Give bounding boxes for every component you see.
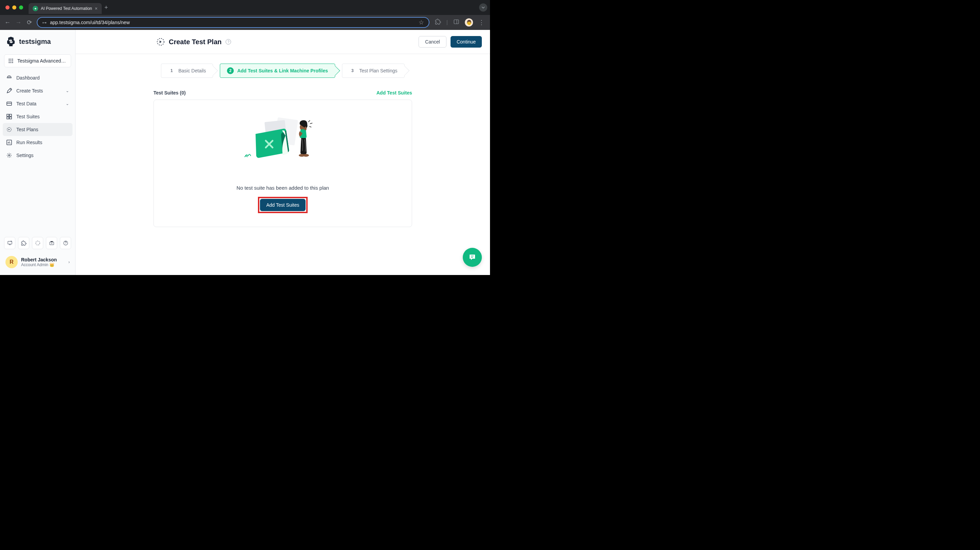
url-text: app.testsigma.com/ui/td/34/plans/new bbox=[50, 20, 415, 25]
close-window-button[interactable] bbox=[5, 5, 10, 10]
browser-nav-bar: ← → ⟳ ⊶ app.testsigma.com/ui/td/34/plans… bbox=[0, 15, 490, 30]
step-add-test-suites[interactable]: 2 Add Test Suites & Link Machine Profile… bbox=[220, 63, 335, 78]
sidebar-footer: R Robert Jackson Account Admin 👑 › bbox=[0, 233, 75, 275]
footer-action-1[interactable] bbox=[4, 237, 15, 249]
svg-rect-13 bbox=[7, 114, 9, 116]
step-number: 3 bbox=[349, 67, 356, 74]
chat-button[interactable] bbox=[463, 248, 482, 267]
testsigma-logo-icon bbox=[5, 36, 16, 47]
highlight-annotation: Add Test Suites bbox=[258, 197, 307, 213]
chevron-down-icon bbox=[482, 6, 485, 8]
footer-help-button[interactable] bbox=[60, 237, 71, 249]
step-basic-details[interactable]: 1 Basic Details bbox=[161, 63, 213, 78]
svg-point-10 bbox=[12, 62, 13, 63]
svg-point-5 bbox=[9, 60, 10, 62]
empty-state: No test suite has been added to this pla… bbox=[153, 100, 412, 227]
puzzle-icon bbox=[435, 19, 441, 25]
svg-point-22 bbox=[8, 155, 10, 156]
help-icon[interactable]: ? bbox=[226, 39, 231, 44]
user-menu[interactable]: R Robert Jackson Account Admin 👑 › bbox=[4, 253, 71, 271]
add-test-suites-button[interactable]: Add Test Suites bbox=[260, 199, 305, 211]
step-label: Add Test Suites & Link Machine Profiles bbox=[237, 68, 328, 73]
workspace-name: Testsigma Advanced… bbox=[18, 58, 67, 63]
svg-rect-0 bbox=[454, 20, 459, 24]
tabs-dropdown-button[interactable] bbox=[479, 3, 487, 11]
step-number: 2 bbox=[227, 67, 234, 74]
sidebar-item-test-data[interactable]: Test Data ⌄ bbox=[3, 97, 73, 110]
svg-point-24 bbox=[36, 241, 40, 245]
forward-button[interactable]: → bbox=[15, 19, 22, 26]
sidebar-item-run-results[interactable]: Run Results bbox=[3, 136, 73, 149]
sidebar-item-settings[interactable]: Settings bbox=[3, 149, 73, 162]
target-icon bbox=[6, 127, 12, 133]
tab-close-button[interactable]: × bbox=[95, 6, 98, 11]
nav-label: Dashboard bbox=[16, 75, 69, 81]
tab-title: AI Powered Test Automation bbox=[41, 6, 92, 11]
url-bar[interactable]: ⊶ app.testsigma.com/ui/td/34/plans/new ☆ bbox=[37, 17, 430, 28]
site-info-icon[interactable]: ⊶ bbox=[42, 20, 47, 25]
sidebar-item-test-plans[interactable]: Test Plans bbox=[3, 123, 73, 136]
stepper: 1 Basic Details 2 Add Test Suites & Link… bbox=[161, 63, 404, 78]
test-suites-section: Test Suites (0) Add Test Suites bbox=[153, 90, 412, 227]
header-actions: Cancel Continue bbox=[418, 36, 482, 48]
step-label: Basic Details bbox=[178, 68, 206, 73]
workspace-selector[interactable]: Testsigma Advanced… bbox=[4, 54, 71, 67]
minimize-window-button[interactable] bbox=[12, 5, 16, 10]
user-info: Robert Jackson Account Admin 👑 bbox=[21, 257, 65, 267]
grid-icon bbox=[6, 114, 12, 120]
nav-label: Create Tests bbox=[16, 88, 62, 94]
app-container: testsigma Testsigma Advanced… Dashboard … bbox=[0, 30, 490, 275]
nav-label: Settings bbox=[16, 153, 69, 158]
maximize-window-button[interactable] bbox=[19, 5, 23, 10]
chevron-down-icon: ⌄ bbox=[66, 101, 69, 106]
gear-icon bbox=[6, 152, 12, 159]
sidebar-item-create-tests[interactable]: Create Tests ⌄ bbox=[3, 84, 73, 97]
user-avatar: R bbox=[5, 256, 18, 268]
continue-button[interactable]: Continue bbox=[450, 36, 482, 48]
chevron-down-icon: ⌄ bbox=[66, 89, 69, 93]
add-test-suites-link[interactable]: Add Test Suites bbox=[376, 90, 412, 95]
footer-icons-row bbox=[4, 237, 71, 249]
content-body: 1 Basic Details 2 Add Test Suites & Link… bbox=[76, 54, 490, 275]
svg-rect-16 bbox=[10, 117, 11, 119]
svg-point-8 bbox=[9, 62, 10, 63]
window-controls bbox=[3, 5, 26, 10]
sidepanel-button[interactable] bbox=[452, 17, 461, 28]
browser-menu-button[interactable]: ⋮ bbox=[477, 17, 486, 27]
browser-tab-bar: ✦ AI Powered Test Automation × + bbox=[0, 0, 490, 15]
logo-text: testsigma bbox=[19, 38, 51, 46]
nav-label: Run Results bbox=[16, 140, 69, 145]
sidebar-item-dashboard[interactable]: Dashboard bbox=[3, 71, 73, 84]
new-tab-button[interactable]: + bbox=[102, 3, 111, 13]
test-plan-icon bbox=[156, 38, 165, 46]
browser-tab[interactable]: ✦ AI Powered Test Automation × bbox=[29, 3, 102, 14]
svg-point-32 bbox=[303, 154, 309, 157]
svg-rect-14 bbox=[10, 114, 11, 116]
sidebar: testsigma Testsigma Advanced… Dashboard … bbox=[0, 30, 76, 275]
svg-point-7 bbox=[12, 60, 13, 62]
footer-action-2[interactable] bbox=[18, 237, 29, 249]
profile-avatar-button[interactable]: 👨 bbox=[465, 18, 473, 27]
bookmark-star-icon[interactable]: ☆ bbox=[418, 19, 424, 26]
cancel-button[interactable]: Cancel bbox=[418, 36, 447, 48]
svg-point-2 bbox=[9, 59, 10, 60]
nav-label: Test Suites bbox=[16, 114, 69, 119]
svg-point-6 bbox=[11, 60, 11, 62]
step-test-plan-settings[interactable]: 3 Test Plan Settings bbox=[342, 63, 404, 78]
footer-action-3[interactable] bbox=[32, 237, 43, 249]
reload-button[interactable]: ⟳ bbox=[26, 19, 33, 26]
user-name: Robert Jackson bbox=[21, 257, 65, 262]
divider: | bbox=[447, 19, 448, 25]
tab-favicon-icon: ✦ bbox=[33, 6, 38, 11]
logo[interactable]: testsigma bbox=[0, 30, 75, 53]
svg-point-3 bbox=[11, 59, 11, 60]
empty-illustration bbox=[242, 117, 324, 168]
sidebar-nav: Dashboard Create Tests ⌄ Test Data ⌄ Tes… bbox=[0, 70, 75, 233]
edit-icon bbox=[6, 88, 12, 94]
header-left: Create Test Plan ? bbox=[156, 38, 231, 46]
page-title: Create Test Plan bbox=[169, 38, 221, 46]
extensions-button[interactable] bbox=[434, 17, 442, 28]
sidebar-item-test-suites[interactable]: Test Suites bbox=[3, 110, 73, 123]
back-button[interactable]: ← bbox=[4, 19, 11, 26]
footer-action-4[interactable] bbox=[46, 237, 57, 249]
